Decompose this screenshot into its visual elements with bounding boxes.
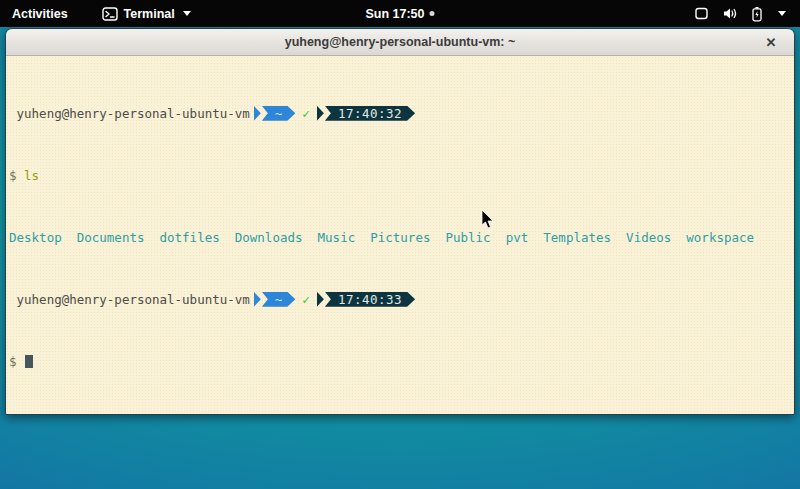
powerline-path-segment: ~ [250,292,296,307]
prompt-user-host: yuheng@henry-personal-ubuntu-vm [9,292,250,308]
terminal-window: yuheng@henry-personal-ubuntu-vm: ~ ✕ yuh… [5,28,795,415]
window-title: yuheng@henry-personal-ubuntu-vm: ~ [285,35,516,49]
prompt-user-host: yuheng@henry-personal-ubuntu-vm [9,106,250,122]
text-cursor [25,355,33,368]
app-menu-label: Terminal [124,7,175,21]
powerline-arrow-icon [254,106,261,121]
close-button[interactable]: ✕ [758,29,784,56]
volume-icon [722,6,738,21]
status-check-icon: ✓ [302,106,310,122]
prompt-path: ~ [262,106,296,121]
powerline-arrow-icon [317,292,324,307]
terminal-content[interactable]: yuheng@henry-personal-ubuntu-vm ~ ✓ 17:4… [6,56,794,415]
window-titlebar[interactable]: yuheng@henry-personal-ubuntu-vm: ~ ✕ [6,29,794,56]
prompt-path: ~ [262,292,296,307]
powerline-arrow-icon [317,106,324,121]
status-check-icon: ✓ [302,292,310,308]
app-menu-terminal[interactable]: Terminal [92,0,201,27]
prompt-line: yuheng@henry-personal-ubuntu-vm ~ ✓ 17:4… [9,106,792,122]
activities-button[interactable]: Activities [0,0,80,27]
prompt-line: yuheng@henry-personal-ubuntu-vm ~ ✓ 17:4… [9,292,792,308]
directory-list: Desktop Documents dotfiles Downloads Mus… [9,230,754,246]
mouse-cursor-icon [481,210,495,234]
terminal-icon [102,7,118,21]
chevron-down-icon [778,11,786,16]
notification-dot-icon [430,11,435,16]
clock-label: Sun 17:50 [365,7,424,21]
top-bar: Activities Terminal Sun 17:50 [0,0,800,27]
prompt-timestamp: 17:40:32 [325,106,415,121]
input-line[interactable]: $ [9,354,792,370]
chevron-down-icon [183,11,191,16]
prompt-symbol: $ [9,168,17,184]
display-icon [694,6,709,21]
command-text: ls [24,168,39,184]
battery-charging-icon [751,6,763,22]
powerline-path-segment: ~ [250,106,296,121]
clock-button[interactable]: Sun 17:50 [365,0,434,27]
command-line: $ ls [9,168,792,184]
prompt-timestamp: 17:40:33 [325,292,415,307]
system-status-area[interactable] [680,0,800,27]
powerline-time-segment: 17:40:32 [313,106,415,121]
powerline-arrow-icon [254,292,261,307]
prompt-symbol: $ [9,354,17,370]
ls-output-line: Desktop Documents dotfiles Downloads Mus… [9,230,792,246]
powerline-time-segment: 17:40:33 [313,292,415,307]
